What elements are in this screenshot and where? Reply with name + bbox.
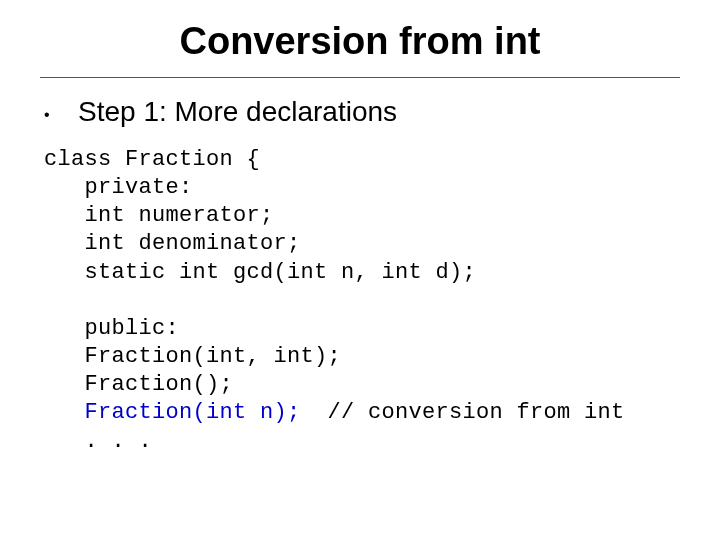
- code-line: Fraction(int, int);: [44, 344, 341, 369]
- code-indent: [44, 400, 85, 425]
- code-line: private:: [44, 175, 193, 200]
- code-line: static int gcd(int n, int d);: [44, 260, 476, 285]
- divider: [40, 77, 680, 78]
- code-comment: // conversion from int: [301, 400, 625, 425]
- code-block: class Fraction { private: int numerator;…: [44, 146, 680, 456]
- code-line: . . .: [44, 429, 152, 454]
- code-line: int denominator;: [44, 231, 301, 256]
- code-line: Fraction();: [44, 372, 233, 397]
- code-line: int numerator;: [44, 203, 274, 228]
- code-highlight: Fraction(int n);: [85, 400, 301, 425]
- code-line: class Fraction {: [44, 147, 260, 172]
- code-line: public:: [44, 316, 179, 341]
- slide-title: Conversion from int: [40, 20, 680, 77]
- subtitle-text: Step 1: More declarations: [78, 96, 397, 128]
- subtitle-row: • Step 1: More declarations: [40, 96, 680, 128]
- slide-container: Conversion from int • Step 1: More decla…: [0, 0, 720, 540]
- bullet-icon: •: [40, 96, 78, 124]
